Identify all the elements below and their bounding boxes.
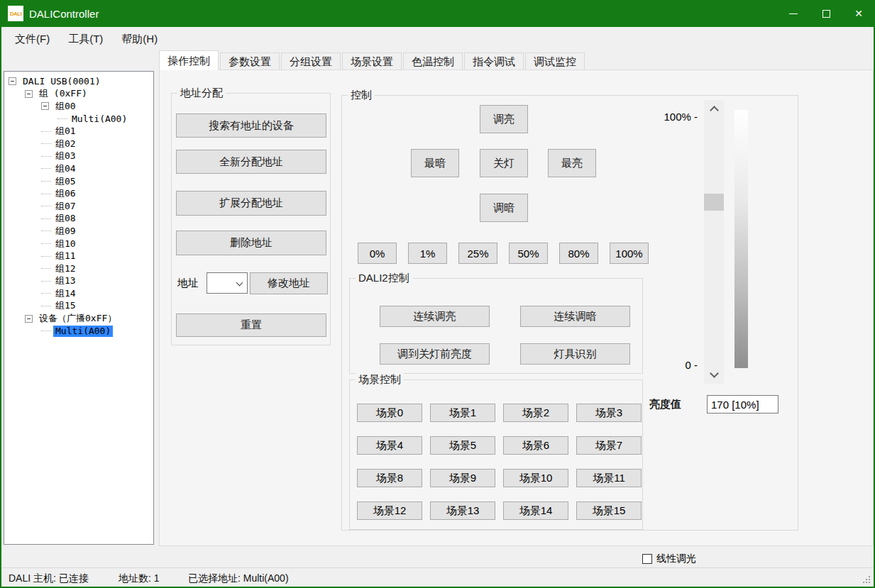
tree-item[interactable]: Multi(A00) bbox=[4, 113, 153, 126]
scene-button[interactable]: 场景15 bbox=[576, 501, 642, 520]
collapse-icon[interactable] bbox=[25, 90, 33, 98]
scene-button[interactable]: 场景10 bbox=[503, 469, 568, 487]
tree-item[interactable]: 组03 bbox=[4, 150, 153, 163]
collapse-icon[interactable] bbox=[25, 315, 33, 323]
scene-button[interactable]: 场景13 bbox=[430, 501, 495, 520]
tree-item[interactable]: 组00 bbox=[4, 100, 153, 113]
tree-item[interactable]: 组04 bbox=[4, 162, 153, 175]
scene-button[interactable]: 场景7 bbox=[576, 436, 642, 455]
resize-grip[interactable] bbox=[862, 575, 871, 584]
modify-address-button[interactable]: 修改地址 bbox=[250, 272, 328, 294]
close-button[interactable]: ✕ bbox=[842, 0, 875, 27]
scene-button[interactable]: 场景6 bbox=[503, 436, 568, 455]
scene-button[interactable]: 场景12 bbox=[357, 501, 422, 520]
scene-button[interactable]: 场景4 bbox=[357, 436, 422, 455]
linear-dimming-checkbox[interactable] bbox=[642, 554, 652, 564]
tab[interactable]: 分组设置 bbox=[281, 52, 341, 70]
tree-item[interactable]: 组12 bbox=[4, 262, 153, 275]
tree-item[interactable]: 设备（广播0xFF） bbox=[4, 312, 153, 325]
scene-button[interactable]: 场景14 bbox=[503, 501, 568, 520]
darkest-button[interactable]: 最暗 bbox=[411, 149, 459, 177]
tree-connector bbox=[41, 293, 51, 294]
scene-button[interactable]: 场景0 bbox=[357, 404, 422, 422]
maximize-button[interactable] bbox=[810, 0, 842, 27]
tree-item[interactable]: 组01 bbox=[4, 125, 153, 138]
percent-button[interactable]: 80% bbox=[559, 243, 598, 264]
tree-item-label: 组14 bbox=[53, 288, 78, 299]
tree-item[interactable]: 组09 bbox=[4, 225, 153, 238]
scene-button[interactable]: 场景3 bbox=[576, 404, 642, 422]
scene-button[interactable]: 场景11 bbox=[576, 469, 642, 487]
tree-item[interactable]: 组 (0xFF) bbox=[4, 88, 153, 101]
brightest-button[interactable]: 最亮 bbox=[548, 149, 596, 177]
tree-item[interactable]: 组02 bbox=[4, 138, 153, 150]
control-group-title: 控制 bbox=[348, 89, 375, 102]
dim-down-button[interactable]: 调暗 bbox=[480, 194, 528, 222]
window-controls: ✕ bbox=[777, 0, 875, 27]
scene-button[interactable]: 场景5 bbox=[430, 436, 495, 455]
tab[interactable]: 色温控制 bbox=[403, 52, 463, 70]
tree-item[interactable]: 组14 bbox=[4, 287, 153, 300]
tree-item[interactable]: DALI USB(0001) bbox=[4, 75, 153, 88]
tree-connector bbox=[41, 231, 51, 231]
address-combobox[interactable] bbox=[207, 272, 248, 294]
menu-item[interactable]: 文件(F) bbox=[6, 28, 59, 50]
tree-item[interactable]: 组08 bbox=[4, 213, 153, 226]
scroll-down-icon[interactable] bbox=[710, 369, 719, 378]
tree-item-label: 组08 bbox=[53, 213, 78, 224]
scene-button-grid: 场景0 场景1 场景2 场景3 场景4 场景5 场景6 bbox=[357, 404, 642, 520]
tab[interactable]: 指令调试 bbox=[464, 52, 524, 70]
dim-up-button[interactable]: 调亮 bbox=[480, 105, 528, 133]
address-assignment-group: 地址分配 搜索有地址的设备 全新分配地址 扩展分配地址 删除地址 地址 修改地址… bbox=[171, 93, 331, 345]
tree-item[interactable]: 组06 bbox=[4, 187, 153, 200]
assign-new-address-button[interactable]: 全新分配地址 bbox=[176, 150, 326, 174]
collapse-icon[interactable] bbox=[9, 77, 16, 85]
tree-item[interactable]: 组10 bbox=[4, 238, 153, 250]
tree-item-label: 设备（广播0xFF） bbox=[37, 313, 119, 324]
tab[interactable]: 操作控制 bbox=[159, 50, 219, 70]
tab[interactable]: 调试监控 bbox=[525, 52, 585, 70]
brightness-scrollbar[interactable] bbox=[704, 100, 724, 384]
brightness-value-field[interactable]: 170 [10%] bbox=[707, 395, 778, 414]
dali2-button[interactable]: 调到关灯前亮度 bbox=[380, 343, 490, 365]
tree-item[interactable]: Multi(A00) bbox=[4, 325, 153, 338]
scene-button[interactable]: 场景9 bbox=[430, 469, 495, 487]
brightness-value-text: 170 [10%] bbox=[711, 399, 759, 411]
percent-button[interactable]: 100% bbox=[610, 243, 649, 264]
delete-address-button[interactable]: 删除地址 bbox=[176, 231, 326, 255]
scene-button[interactable]: 场景8 bbox=[357, 469, 422, 487]
tree-item-label: Multi(A00) bbox=[53, 326, 113, 337]
dali2-button[interactable]: 灯具识别 bbox=[520, 343, 630, 365]
tree-item[interactable]: 组13 bbox=[4, 275, 153, 288]
percent-button[interactable]: 25% bbox=[458, 243, 497, 264]
reset-button[interactable]: 重置 bbox=[176, 314, 326, 337]
scene-control-group: 场景控制 场景0 场景1 场景2 场景3 场景4 bbox=[349, 379, 643, 530]
dali2-group-title: DALI2控制 bbox=[356, 272, 412, 285]
collapse-icon[interactable] bbox=[41, 102, 49, 110]
tree-item[interactable]: 组11 bbox=[4, 250, 153, 262]
tree-connector bbox=[41, 194, 51, 194]
tree-connector bbox=[41, 306, 51, 306]
percent-button[interactable]: 0% bbox=[358, 243, 397, 264]
dali2-button[interactable]: 连续调暗 bbox=[520, 306, 630, 327]
scrollbar-thumb[interactable] bbox=[704, 194, 724, 211]
tree-item[interactable]: 组07 bbox=[4, 200, 153, 213]
menu-item[interactable]: 帮助(H) bbox=[112, 28, 167, 50]
percent-button[interactable]: 50% bbox=[509, 243, 548, 264]
menu-item[interactable]: 工具(T) bbox=[59, 28, 112, 50]
tab[interactable]: 参数设置 bbox=[220, 52, 280, 70]
app-icon: DALI bbox=[8, 6, 23, 21]
tab[interactable]: 场景设置 bbox=[342, 52, 402, 70]
scene-button[interactable]: 场景2 bbox=[503, 404, 568, 422]
tree-item[interactable]: 组15 bbox=[4, 300, 153, 313]
extend-assign-address-button[interactable]: 扩展分配地址 bbox=[176, 191, 326, 216]
dali2-button[interactable]: 连续调亮 bbox=[380, 306, 490, 327]
minimize-button[interactable] bbox=[777, 0, 810, 27]
scroll-up-icon[interactable] bbox=[710, 106, 719, 115]
percent-button[interactable]: 1% bbox=[408, 243, 447, 264]
address-group-title: 地址分配 bbox=[177, 87, 226, 100]
search-addressed-devices-button[interactable]: 搜索有地址的设备 bbox=[176, 113, 326, 138]
scene-button[interactable]: 场景1 bbox=[430, 404, 495, 422]
tree-item[interactable]: 组05 bbox=[4, 175, 153, 188]
light-off-button[interactable]: 关灯 bbox=[480, 149, 528, 177]
